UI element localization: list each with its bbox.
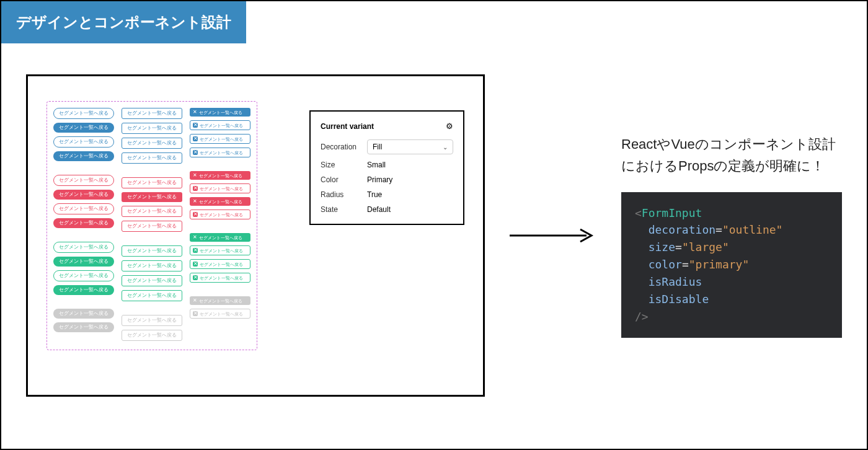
variant-panel: Current variant ⚙ Decoration Fill ⌄ Size… [309, 110, 464, 225]
btn[interactable]: セグメント一覧へ戻る [53, 242, 114, 253]
prop-label: Decoration [321, 143, 367, 151]
slide: デザインとコンポーネント設計 セグメント一覧へ戻る セグメント一覧へ戻る セグメ… [0, 0, 868, 450]
prop-label: Color [321, 175, 367, 184]
btn[interactable]: ✕セグメント一覧へ戻る [190, 148, 250, 157]
btn[interactable]: セグメント一覧へ戻る [122, 138, 182, 149]
btn[interactable]: セグメント一覧へ戻る [53, 108, 114, 119]
btn[interactable]: セグメント一覧へ戻る [53, 309, 114, 319]
btn[interactable]: ✕セグメント一覧へ戻る [190, 210, 250, 219]
btn[interactable]: セグメント一覧へ戻る [53, 190, 114, 200]
panel-heading: Current variant [321, 122, 374, 131]
plus-icon: ✕ [193, 136, 198, 141]
prop-value: Primary [367, 175, 392, 184]
btn[interactable]: セグメント一覧へ戻る [53, 218, 114, 228]
btn[interactable]: セグメント一覧へ戻る [122, 108, 182, 119]
btn[interactable]: ✕セグメント一覧へ戻る [190, 108, 250, 117]
prop-label: Size [321, 161, 367, 169]
design-canvas: セグメント一覧へ戻る セグメント一覧へ戻る セグメント一覧へ戻る セグメント一覧… [26, 74, 485, 397]
plus-icon: ✕ [193, 311, 198, 316]
btn[interactable]: セグメント一覧へ戻る [122, 221, 182, 232]
sliders-icon[interactable]: ⚙ [446, 121, 453, 131]
btn[interactable]: ✕セグメント一覧へ戻る [190, 120, 250, 130]
btn[interactable]: セグメント一覧へ戻る [53, 270, 114, 281]
btn[interactable]: セグメント一覧へ戻る [53, 123, 114, 133]
prop-value: Default [367, 205, 391, 214]
plus-icon: ✕ [192, 235, 197, 240]
plus-icon: ✕ [192, 199, 197, 204]
plus-icon: ✕ [193, 275, 198, 280]
btn[interactable]: セグメント一覧へ戻る [122, 260, 182, 271]
right-panel: ReactやVueのコンポーネント設計におけるPropsの定義が明確に！ <Fo… [621, 133, 842, 338]
btn[interactable]: セグメント一覧へ戻る [122, 177, 182, 188]
plus-icon: ✕ [193, 248, 198, 253]
col-mini: ✕セグメント一覧へ戻る ✕セグメント一覧へ戻る ✕セグメント一覧へ戻る ✕セグメ… [190, 108, 250, 341]
btn[interactable]: ✕セグメント一覧へ戻る [190, 233, 250, 242]
slide-content: セグメント一覧へ戻る セグメント一覧へ戻る セグメント一覧へ戻る セグメント一覧… [1, 43, 867, 397]
plus-icon: ✕ [193, 212, 198, 217]
btn[interactable]: セグメント一覧へ戻る [122, 123, 182, 134]
arrow-icon [497, 228, 609, 243]
btn[interactable]: ✕セグメント一覧へ戻る [190, 171, 250, 180]
prop-label: State [321, 205, 367, 214]
decoration-select[interactable]: Fill ⌄ [367, 139, 453, 154]
btn[interactable]: セグメント一覧へ戻る [122, 275, 182, 286]
chevron-down-icon: ⌄ [443, 144, 448, 151]
btn[interactable]: ✕セグメント一覧へ戻る [190, 245, 250, 255]
btn[interactable]: セグメント一覧へ戻る [53, 175, 114, 186]
code-block: <FormInput decoration="outline" size="la… [621, 192, 842, 338]
btn[interactable]: ✕セグメント一覧へ戻る [190, 296, 250, 305]
plus-icon: ✕ [192, 173, 197, 178]
prop-value: Small [367, 161, 386, 169]
plus-icon: ✕ [193, 123, 198, 128]
btn[interactable]: セグメント一覧へ戻る [53, 203, 114, 214]
btn[interactable]: セグメント一覧へ戻る [122, 315, 182, 326]
btn[interactable]: ✕セグメント一覧へ戻る [190, 183, 250, 193]
btn[interactable]: セグメント一覧へ戻る [122, 245, 182, 257]
btn[interactable]: セグメント一覧へ戻る [122, 330, 182, 341]
btn[interactable]: ✕セグメント一覧へ戻る [190, 197, 250, 206]
btn[interactable]: セグメント一覧へ戻る [122, 290, 182, 301]
btn[interactable]: セグメント一覧へ戻る [53, 322, 114, 332]
btn[interactable]: セグメント一覧へ戻る [53, 285, 114, 295]
plus-icon: ✕ [193, 186, 198, 191]
btn[interactable]: ✕セグメント一覧へ戻る [190, 309, 250, 319]
btn[interactable]: ✕セグメント一覧へ戻る [190, 134, 250, 144]
variant-board: セグメント一覧へ戻る セグメント一覧へ戻る セグメント一覧へ戻る セグメント一覧… [46, 101, 257, 350]
prop-value: True [367, 190, 382, 199]
prop-label: Radius [321, 190, 367, 199]
plus-icon: ✕ [193, 262, 198, 267]
plus-icon: ✕ [192, 110, 197, 115]
slide-title: デザインとコンポーネント設計 [1, 1, 246, 43]
plus-icon: ✕ [192, 298, 197, 303]
plus-icon: ✕ [193, 150, 198, 155]
btn[interactable]: ✕セグメント一覧へ戻る [190, 273, 250, 283]
col-square: セグメント一覧へ戻る セグメント一覧へ戻る セグメント一覧へ戻る セグメント一覧… [122, 108, 182, 341]
btn[interactable]: セグメント一覧へ戻る [122, 152, 182, 164]
btn[interactable]: セグメント一覧へ戻る [53, 151, 114, 161]
btn[interactable]: ✕セグメント一覧へ戻る [190, 259, 250, 269]
btn[interactable]: セグメント一覧へ戻る [122, 206, 182, 217]
btn[interactable]: セグメント一覧へ戻る [53, 136, 114, 148]
btn[interactable]: セグメント一覧へ戻る [53, 257, 114, 267]
btn[interactable]: セグメント一覧へ戻る [122, 192, 182, 202]
description-text: ReactやVueのコンポーネント設計におけるPropsの定義が明確に！ [621, 133, 842, 177]
col-pill: セグメント一覧へ戻る セグメント一覧へ戻る セグメント一覧へ戻る セグメント一覧… [53, 108, 114, 341]
